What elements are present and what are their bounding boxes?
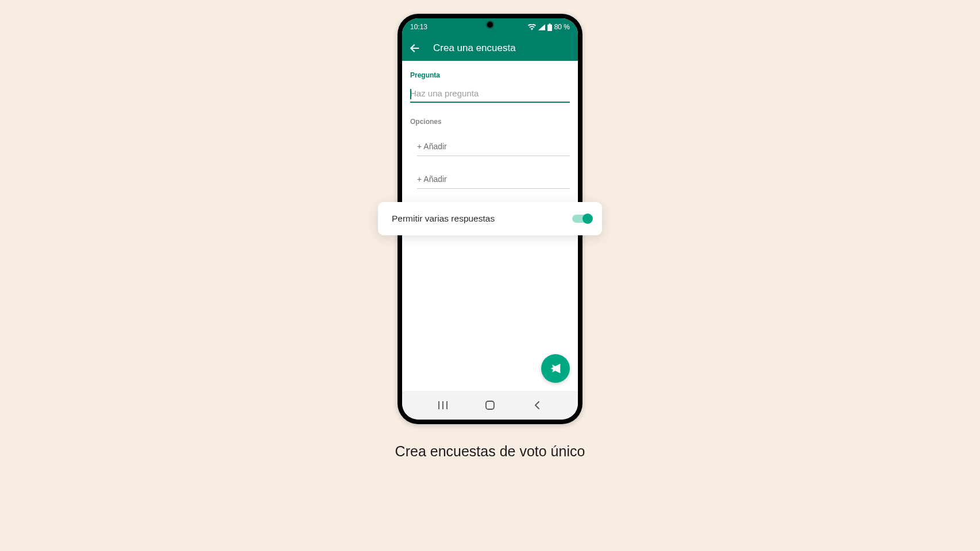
nav-back-button[interactable]: [526, 394, 549, 417]
battery-icon: [547, 24, 552, 31]
back-button[interactable]: [409, 42, 420, 54]
svg-marker-3: [552, 364, 560, 372]
camera-hole: [486, 21, 494, 29]
page-caption: Crea encuestas de voto único: [395, 443, 585, 460]
app-bar: Crea una encuesta: [402, 36, 578, 61]
question-label: Pregunta: [410, 71, 570, 79]
svg-rect-1: [547, 24, 552, 30]
wifi-icon: [528, 24, 536, 30]
status-icons: 80 %: [528, 23, 570, 31]
signal-icon: [538, 24, 545, 30]
svg-rect-7: [486, 401, 494, 409]
question-input[interactable]: [410, 85, 570, 103]
recent-icon: [438, 401, 448, 410]
svg-rect-0: [549, 24, 550, 25]
option-input-2[interactable]: [417, 170, 570, 189]
nav-home-button[interactable]: [479, 394, 501, 417]
home-icon: [485, 400, 495, 410]
arrow-left-icon: [409, 42, 420, 54]
text-cursor: [410, 89, 411, 99]
send-icon: [550, 363, 561, 374]
android-nav-bar: [402, 391, 578, 420]
chevron-left-icon: [533, 401, 541, 410]
allow-multiple-toggle[interactable]: [572, 214, 593, 224]
toggle-thumb: [582, 214, 593, 224]
nav-recent-button[interactable]: [431, 394, 454, 417]
send-button[interactable]: [541, 354, 570, 383]
option-input-1[interactable]: [417, 137, 570, 156]
options-label: Opciones: [410, 118, 570, 126]
app-title: Crea una encuesta: [433, 42, 516, 54]
battery-percent: 80 %: [554, 23, 570, 31]
status-time: 10:13: [410, 23, 427, 31]
allow-multiple-label: Permitir varias respuestas: [392, 214, 495, 224]
allow-multiple-card: Permitir varias respuestas: [378, 202, 602, 235]
